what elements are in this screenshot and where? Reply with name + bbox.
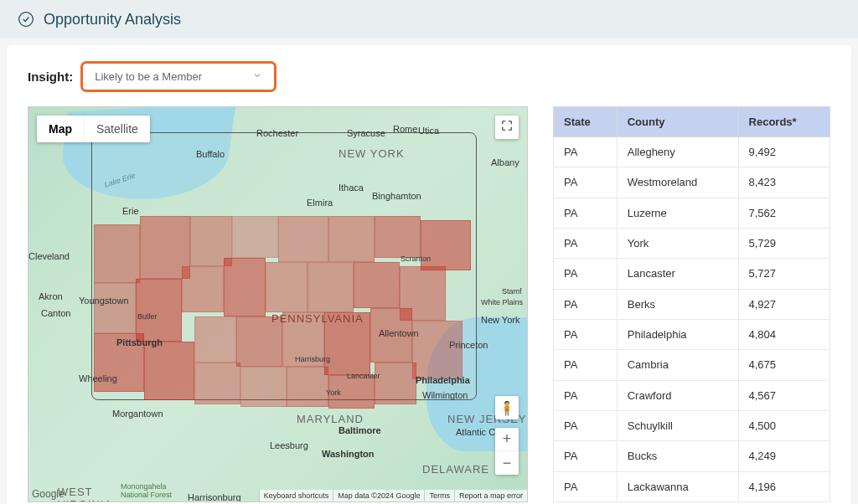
- label-scranton: Scranton: [401, 255, 431, 263]
- col-header-state[interactable]: State: [554, 107, 618, 137]
- insight-label: Insight:: [28, 69, 73, 84]
- cell-county: York: [617, 228, 738, 258]
- cell-county: Crawford: [617, 380, 738, 410]
- label-canton: Canton: [41, 308, 70, 318]
- insight-dropdown[interactable]: Likely to be a Member: [81, 62, 276, 91]
- cell-county: Westmoreland: [617, 167, 738, 198]
- cell-records: 4,675: [738, 350, 830, 380]
- cell-county: Luzerne: [617, 198, 738, 228]
- col-header-county[interactable]: County: [617, 107, 738, 137]
- label-leesburg: Leesburg: [270, 440, 308, 450]
- label-youngstown: Youngstown: [79, 296, 129, 306]
- zoom-in-button[interactable]: +: [495, 428, 519, 451]
- content-row: NEW YORK PENNSYLVANIA MARYLAND NEW JERSE…: [28, 106, 830, 502]
- map-container[interactable]: NEW YORK PENNSYLVANIA MARYLAND NEW JERSE…: [28, 106, 528, 502]
- insight-row: Insight: Likely to be a Member: [28, 62, 830, 91]
- fullscreen-button[interactable]: [495, 116, 519, 139]
- label-pittsburgh: Pittsburgh: [116, 337, 163, 347]
- col-header-records[interactable]: Records*: [738, 107, 830, 137]
- check-shield-icon: [17, 10, 35, 28]
- cell-records: 5,727: [738, 259, 830, 289]
- cell-state: PA: [554, 410, 618, 440]
- page-header: Opportunity Analysis: [0, 0, 858, 39]
- cell-county: Allegheny: [617, 137, 738, 167]
- label-rochester: Rochester: [256, 128, 298, 138]
- label-philadelphia: Philadelphia: [416, 375, 470, 385]
- label-harrisonburg: Harrisonburg: [188, 492, 241, 502]
- label-albany: Albany: [491, 157, 519, 167]
- insight-selected-value: Likely to be a Member: [95, 70, 202, 83]
- cell-records: 4,567: [738, 380, 830, 410]
- map-type-satellite-button[interactable]: Satellite: [85, 116, 150, 142]
- label-newyorkcity: New York: [481, 315, 519, 325]
- map-type-control: Map Satellite: [37, 116, 150, 142]
- keyboard-shortcuts-link[interactable]: Keyboard shortcuts: [259, 490, 333, 501]
- label-ithaca: Ithaca: [339, 183, 364, 193]
- label-princeton: Princeton: [449, 340, 488, 350]
- google-logo: Google: [32, 488, 65, 500]
- cell-county: Philadelphia: [617, 319, 738, 349]
- cell-state: PA: [554, 289, 618, 319]
- map-attribution-text: Map data ©2024 Google: [333, 490, 424, 501]
- label-baltimore: Baltimore: [339, 425, 381, 435]
- cell-records: 7,562: [738, 198, 830, 228]
- cell-county: Berks: [617, 289, 738, 319]
- zoom-out-button[interactable]: −: [495, 451, 519, 475]
- cell-records: 8,423: [738, 167, 830, 198]
- terms-link[interactable]: Terms: [424, 490, 454, 501]
- pegman-icon: 🧍: [499, 400, 515, 416]
- table-row[interactable]: PASchuylkill4,500: [554, 410, 830, 440]
- label-butler: Butler: [137, 312, 158, 321]
- page-title: Opportunity Analysis: [44, 11, 181, 28]
- label-cleveland: Cleveland: [28, 251, 70, 261]
- cell-records: 4,500: [738, 410, 830, 440]
- main-card: Insight: Likely to be a Member: [7, 45, 851, 504]
- table-row[interactable]: PALuzerne7,562: [554, 198, 830, 228]
- label-syracuse: Syracuse: [347, 128, 385, 138]
- plus-icon: +: [503, 430, 512, 448]
- table-row[interactable]: PABerks4,927: [554, 289, 830, 319]
- map-type-map-button[interactable]: Map: [37, 116, 85, 142]
- table-row[interactable]: PACrawford4,567: [554, 380, 830, 410]
- label-maryland-state: MARYLAND: [297, 413, 364, 425]
- label-buffalo: Buffalo: [196, 149, 225, 159]
- report-error-link[interactable]: Report a map error: [454, 490, 527, 501]
- county-records-table: State County Records* PAAllegheny9,492PA…: [553, 106, 830, 502]
- table-header-row: State County Records*: [554, 107, 830, 137]
- table-row[interactable]: PALancaster5,727: [554, 259, 830, 289]
- table-row[interactable]: PAAllegheny9,492: [554, 137, 830, 167]
- label-wilmington: Wilmington: [422, 390, 468, 400]
- cell-records: 4,249: [738, 441, 830, 471]
- cell-state: PA: [554, 167, 618, 198]
- cell-records: 4,927: [738, 289, 830, 319]
- table-row[interactable]: PAPhiladelphia4,804: [554, 319, 830, 349]
- streetview-pegman-button[interactable]: 🧍: [495, 396, 519, 419]
- label-pennsylvania-state: PENNSYLVANIA: [271, 312, 364, 325]
- label-whiteplains: White Plains: [481, 298, 523, 306]
- table-row[interactable]: PAYork5,729: [554, 228, 830, 258]
- cell-state: PA: [554, 228, 618, 258]
- cell-state: PA: [554, 259, 618, 289]
- cell-state: PA: [554, 441, 618, 471]
- cell-county: Cambria: [617, 350, 738, 380]
- label-stamford: Stamf: [502, 287, 522, 296]
- cell-county: Lackawanna: [617, 471, 738, 501]
- label-wheeling: Wheeling: [79, 373, 117, 383]
- table-row[interactable]: PAWestmoreland8,423: [554, 167, 830, 198]
- label-york: York: [326, 388, 341, 397]
- fullscreen-icon: [501, 120, 513, 135]
- map-attribution-footer: Keyboard shortcuts Map data ©2024 Google…: [259, 490, 527, 501]
- label-elmira: Elmira: [307, 198, 333, 208]
- label-rome: Rome: [393, 124, 417, 134]
- label-washington: Washington: [322, 449, 375, 459]
- cell-records: 4,196: [738, 471, 830, 501]
- zoom-control: + −: [495, 428, 519, 475]
- label-akron: Akron: [39, 291, 63, 301]
- label-allentown: Allentown: [379, 328, 419, 338]
- table-row[interactable]: PALackawanna4,196: [554, 471, 830, 501]
- label-monongahela: Monongahela National Forest: [121, 482, 172, 499]
- label-utica: Utica: [418, 126, 439, 136]
- table-row[interactable]: PACambria4,675: [554, 350, 830, 380]
- table-row[interactable]: PABucks4,249: [554, 441, 830, 471]
- label-binghamton: Binghamton: [372, 191, 421, 201]
